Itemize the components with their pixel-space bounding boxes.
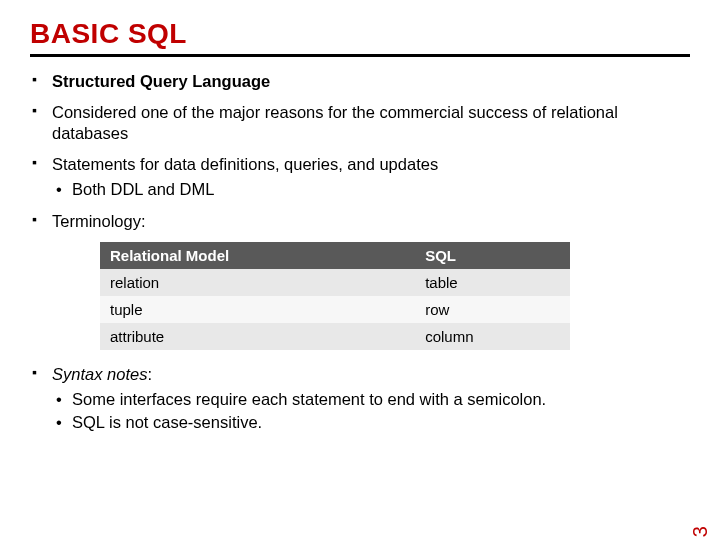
bullet-item: Considered one of the major reasons for … — [30, 102, 690, 144]
bullet-text: Terminology: — [52, 212, 146, 230]
table-header-cell: SQL — [415, 242, 570, 269]
bullet-colon: : — [147, 365, 152, 383]
table-row: attribute column — [100, 323, 570, 350]
table-row: relation table — [100, 269, 570, 296]
sub-list: Some interfaces require each statement t… — [52, 389, 690, 433]
sub-bullet-item: Both DDL and DML — [52, 179, 690, 200]
sub-bullet-text: SQL is not case-sensitive. — [72, 413, 262, 431]
sub-bullet-text: Both DDL and DML — [72, 180, 214, 198]
sub-bullet-text: Some interfaces require each statement t… — [72, 390, 546, 408]
table-cell: tuple — [100, 296, 415, 323]
bullet-item: Terminology: — [30, 211, 690, 232]
bullet-text: Structured Query Language — [52, 72, 270, 90]
terminology-table-wrap: Relational Model SQL relation table tupl… — [100, 242, 570, 350]
bullet-list: Syntax notes: Some interfaces require ea… — [30, 364, 690, 433]
sub-list: Both DDL and DML — [52, 179, 690, 200]
page-number: 3 — [689, 526, 712, 537]
table-cell: column — [415, 323, 570, 350]
table-cell: relation — [100, 269, 415, 296]
bullet-item: Statements for data definitions, queries… — [30, 154, 690, 200]
bullet-item: Structured Query Language — [30, 71, 690, 92]
terminology-table: Relational Model SQL relation table tupl… — [100, 242, 570, 350]
sub-bullet-item: Some interfaces require each statement t… — [52, 389, 690, 410]
title-underline — [30, 54, 690, 57]
bullet-text: Considered one of the major reasons for … — [52, 103, 618, 142]
table-cell: row — [415, 296, 570, 323]
slide: BASIC SQL Structured Query Language Cons… — [0, 0, 720, 433]
table-header-cell: Relational Model — [100, 242, 415, 269]
bullet-item: Syntax notes: Some interfaces require ea… — [30, 364, 690, 433]
table-row: tuple row — [100, 296, 570, 323]
table-cell: attribute — [100, 323, 415, 350]
table-cell: table — [415, 269, 570, 296]
sub-bullet-item: SQL is not case-sensitive. — [52, 412, 690, 433]
slide-title: BASIC SQL — [30, 18, 690, 50]
bullet-text: Statements for data definitions, queries… — [52, 155, 438, 173]
bullet-lead: Syntax notes — [52, 365, 147, 383]
table-header-row: Relational Model SQL — [100, 242, 570, 269]
bullet-list: Structured Query Language Considered one… — [30, 71, 690, 232]
